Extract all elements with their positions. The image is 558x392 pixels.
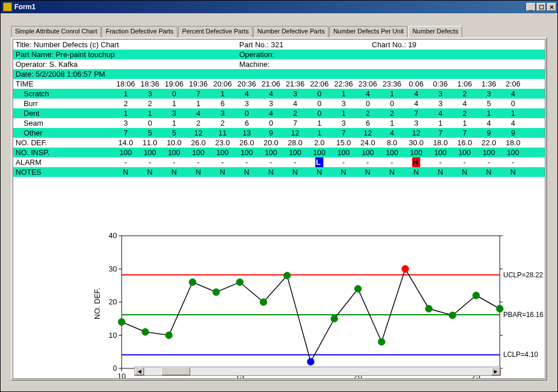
operation-label: Operation: bbox=[239, 50, 274, 59]
minimize-button[interactable]: _ bbox=[526, 3, 536, 11]
svg-text:20: 20 bbox=[109, 297, 117, 306]
cell: 2:06 bbox=[501, 79, 525, 89]
cell: 1 bbox=[162, 118, 186, 128]
maximize-button[interactable]: ☐ bbox=[537, 3, 546, 11]
svg-point-36 bbox=[260, 299, 267, 306]
cell: - bbox=[235, 157, 259, 167]
cell: 0 bbox=[162, 89, 186, 99]
tab-percent-defective-parts[interactable]: Percent Defective Parts bbox=[178, 26, 253, 37]
cell: 18:36 bbox=[138, 79, 162, 89]
scroll-left-button[interactable]: ◄ bbox=[135, 367, 144, 375]
cell: N bbox=[186, 167, 210, 177]
cell: N bbox=[477, 167, 501, 177]
cell: 2 bbox=[453, 89, 477, 99]
cell: N bbox=[501, 167, 525, 177]
cell: 4 bbox=[501, 118, 525, 128]
tab-number-defects-per-unit[interactable]: Number Defects Per Unit bbox=[329, 26, 408, 37]
cell: 20:06 bbox=[210, 79, 235, 89]
cell: 3 bbox=[235, 99, 259, 108]
cell: 4 bbox=[477, 118, 501, 128]
svg-point-45 bbox=[473, 292, 480, 299]
cell: 12 bbox=[356, 128, 380, 138]
cell: 3 bbox=[428, 99, 453, 108]
partno-value: 321 bbox=[271, 40, 284, 49]
cell: 5 bbox=[162, 128, 186, 138]
cell: 0 bbox=[356, 99, 380, 108]
cell: N bbox=[356, 167, 380, 177]
cell: 4 bbox=[501, 89, 525, 99]
cell: 4 bbox=[453, 99, 477, 108]
svg-point-42 bbox=[402, 266, 409, 273]
chartno-label: Chart No.: bbox=[372, 40, 406, 49]
scroll-thumb[interactable] bbox=[161, 367, 190, 375]
svg-point-39 bbox=[331, 315, 338, 322]
cell: 1 bbox=[501, 108, 525, 118]
table-row: Other75512111391217124127799 bbox=[13, 128, 545, 138]
cell: 2 bbox=[453, 108, 477, 118]
cell: 22.0 bbox=[477, 138, 501, 148]
cell: 4 bbox=[404, 99, 428, 108]
cell: - bbox=[331, 157, 356, 167]
cell: N bbox=[210, 167, 235, 177]
tab-simple-attribute-conrol-chart[interactable]: Simple Attribute Conrol Chart bbox=[11, 26, 101, 37]
cell: 16.0 bbox=[453, 138, 477, 148]
titlebar[interactable]: Form1 _ ☐ ✕ bbox=[1, 1, 557, 13]
partname-value: Pre-paint touchup bbox=[55, 50, 115, 59]
cell: 2 bbox=[210, 118, 235, 128]
svg-point-44 bbox=[449, 312, 456, 319]
svg-point-31 bbox=[142, 329, 149, 336]
cell: - bbox=[210, 157, 235, 167]
cell: - bbox=[186, 157, 210, 167]
cell: 0 bbox=[307, 99, 331, 108]
row-label: NOTES bbox=[16, 167, 114, 177]
cell: 0 bbox=[380, 99, 404, 108]
cell: 100 bbox=[404, 148, 428, 157]
close-button[interactable]: ✕ bbox=[547, 3, 556, 11]
cell: - bbox=[259, 157, 283, 167]
svg-point-46 bbox=[496, 306, 503, 312]
row-label: TIME bbox=[16, 79, 114, 89]
cell: 1 bbox=[380, 118, 404, 128]
tab-panel: Title: Number Defects (c) Chart Part No.… bbox=[11, 37, 547, 380]
table-row: Scratch13071443014143234 bbox=[13, 89, 545, 99]
cell: L bbox=[307, 157, 331, 167]
cell: N bbox=[307, 167, 331, 177]
cell: 3 bbox=[210, 108, 235, 118]
cell: 1 bbox=[453, 118, 477, 128]
cell: N bbox=[380, 167, 404, 177]
tab-fraction-defective-parts[interactable]: Fraction Defective Parts bbox=[101, 26, 177, 37]
cell: 1 bbox=[331, 89, 356, 99]
scroll-track[interactable] bbox=[144, 367, 491, 375]
cell: - bbox=[283, 157, 307, 167]
svg-point-43 bbox=[425, 306, 432, 312]
cell: 3 bbox=[404, 118, 428, 128]
svg-point-35 bbox=[236, 279, 243, 286]
row-label: ALARM bbox=[16, 157, 114, 167]
cell: 26.0 bbox=[235, 138, 259, 148]
horizontal-scrollbar[interactable]: ◄ ► bbox=[134, 367, 501, 376]
cell: 7 bbox=[404, 108, 428, 118]
cell: 12 bbox=[283, 128, 307, 138]
cell: 4 bbox=[283, 99, 307, 108]
cell: 0:06 bbox=[404, 79, 428, 89]
tab-number-defective-parts[interactable]: Number Defective Parts bbox=[253, 26, 329, 37]
window: Form1 _ ☐ ✕ Simple Attribute Conrol Char… bbox=[0, 0, 558, 392]
cell: 1 bbox=[307, 118, 331, 128]
cell: 15.0 bbox=[331, 138, 356, 148]
table-row: NO. INSP.1001001001001001001001001001001… bbox=[13, 148, 545, 157]
cell: 100 bbox=[283, 148, 307, 157]
cell: 12 bbox=[404, 128, 428, 138]
scroll-right-button[interactable]: ► bbox=[491, 367, 500, 375]
table-row: NOTESNNNNNNNNNNNNNNNNN bbox=[13, 167, 545, 177]
cell: 28.0 bbox=[283, 138, 307, 148]
cell: - bbox=[114, 157, 138, 167]
tab-number-defects[interactable]: Number Defects bbox=[408, 26, 462, 37]
cell: - bbox=[380, 157, 404, 167]
cell: 4 bbox=[259, 108, 283, 118]
cell: 2 bbox=[356, 108, 380, 118]
cell: 9 bbox=[501, 128, 525, 138]
svg-point-41 bbox=[378, 338, 385, 345]
cell: 18:06 bbox=[114, 79, 138, 89]
svg-point-40 bbox=[355, 285, 361, 292]
cell: 100 bbox=[453, 148, 477, 157]
